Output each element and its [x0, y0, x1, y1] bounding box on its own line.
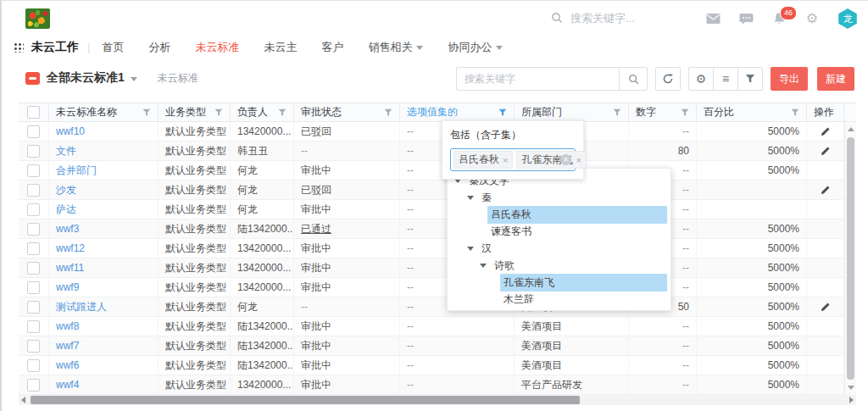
tree-node-label[interactable]: 吕氏春秋	[487, 206, 667, 224]
settings-gear-icon[interactable]: ⚙	[804, 11, 820, 26]
horizontal-scrollbar[interactable]	[19, 395, 856, 405]
tree-node-label[interactable]: 谏逐客书	[487, 223, 667, 241]
owner-cell: 陆1342000...	[231, 356, 294, 375]
record-name-link[interactable]: wwf12	[56, 242, 85, 254]
nav-item-4[interactable]: 未云主	[264, 40, 297, 55]
row-checkbox[interactable]	[27, 379, 40, 392]
tree-node[interactable]: 孔雀东南飞	[448, 274, 667, 291]
tree-node[interactable]: 诗歌	[448, 257, 667, 274]
record-name-link[interactable]: wwf7	[56, 340, 79, 352]
record-name-link[interactable]: 合并部门	[56, 164, 97, 178]
select-all-checkbox[interactable]	[27, 106, 40, 119]
vertical-scrollbar[interactable]	[844, 122, 856, 395]
nav-item-6[interactable]: 销售相关	[368, 40, 423, 55]
record-name-link[interactable]: wwf3	[56, 223, 79, 235]
edit-pencil-icon[interactable]	[820, 126, 831, 137]
row-checkbox[interactable]	[27, 184, 40, 197]
record-name-link[interactable]: wwf9	[56, 281, 79, 293]
tree-node-label[interactable]: 木兰辞	[500, 291, 667, 308]
record-name-link[interactable]: wwf10	[56, 125, 85, 137]
column-header-label: 负责人	[237, 105, 268, 119]
row-checkbox[interactable]	[27, 203, 40, 216]
record-name-link[interactable]: 测试跟进人	[56, 300, 107, 314]
column-filter-funnel-icon[interactable]	[384, 108, 392, 117]
user-avatar[interactable]: 龙	[837, 8, 858, 29]
column-filter-funnel-icon[interactable]	[681, 108, 689, 117]
column-filter-funnel-icon[interactable]	[498, 108, 507, 117]
mail-icon[interactable]	[705, 11, 721, 26]
vertical-scrollbar-thumb[interactable]	[847, 137, 854, 380]
row-checkbox[interactable]	[27, 301, 40, 314]
tree-expand-arrow-icon[interactable]	[467, 247, 474, 251]
row-checkbox[interactable]	[27, 359, 40, 372]
business-type-cell: 默认业务类型	[159, 356, 231, 375]
row-checkbox[interactable]	[27, 145, 40, 158]
chevron-down-icon[interactable]	[131, 77, 137, 81]
record-name-link[interactable]: wwf11	[56, 262, 84, 274]
tree-node-label[interactable]: 孔雀东南飞	[500, 274, 667, 292]
column-filter-funnel-icon[interactable]	[613, 108, 621, 117]
filter-tag[interactable]: 孔雀东南飞×	[516, 151, 586, 169]
scroll-down-arrow-icon[interactable]	[848, 386, 854, 390]
row-checkbox[interactable]	[27, 340, 40, 353]
tree-node[interactable]: 谏逐客书	[448, 223, 667, 240]
column-filter-funnel-icon[interactable]	[214, 108, 223, 117]
column-filter-funnel-icon[interactable]	[278, 108, 287, 117]
filter-funnel-icon[interactable]	[737, 67, 763, 91]
list-search-button[interactable]	[619, 68, 647, 90]
nav-item-2[interactable]: 分析	[148, 40, 170, 55]
row-checkbox[interactable]	[27, 281, 40, 294]
global-search[interactable]: 搜索关键字...	[551, 10, 635, 27]
record-name-link[interactable]: wwf6	[56, 359, 79, 371]
tree-node[interactable]: 汉	[448, 240, 667, 257]
remove-tag-icon[interactable]: ×	[576, 155, 581, 165]
notifications-bell-icon[interactable]: 46	[771, 11, 787, 26]
filter-tag-input[interactable]: 吕氏春秋×孔雀东南飞××	[450, 148, 576, 171]
row-checkbox[interactable]	[27, 320, 40, 333]
view-title[interactable]: 全部未云标准1	[47, 70, 125, 86]
scroll-up-arrow-icon[interactable]	[848, 127, 854, 131]
clear-input-icon[interactable]: ×	[560, 154, 571, 165]
app-grid-icon[interactable]	[14, 42, 24, 53]
edit-pencil-icon[interactable]	[820, 146, 831, 157]
tree-node[interactable]: 吕氏春秋	[448, 206, 667, 223]
workspace-title[interactable]: 未云工作	[31, 40, 79, 55]
tree-expand-arrow-icon[interactable]	[480, 264, 487, 268]
record-name-link[interactable]: 沙发	[56, 183, 76, 197]
create-button[interactable]: 新建	[817, 67, 854, 91]
nav-item-7[interactable]: 协同办公	[448, 40, 503, 55]
column-filter-funnel-icon[interactable]	[791, 108, 799, 117]
chat-icon[interactable]	[738, 11, 754, 26]
refresh-button[interactable]	[655, 67, 681, 91]
row-checkbox[interactable]	[27, 262, 40, 275]
nav-item-5[interactable]: 客户	[321, 40, 343, 55]
row-checkbox[interactable]	[27, 164, 40, 177]
column-filter-funnel-icon[interactable]	[142, 108, 151, 117]
row-checkbox[interactable]	[27, 125, 40, 138]
scroll-left-arrow-icon[interactable]	[21, 397, 25, 403]
edit-pencil-icon[interactable]	[820, 185, 831, 196]
scroll-right-arrow-icon[interactable]	[849, 397, 854, 403]
list-search-input[interactable]: 搜索关键字	[456, 67, 648, 91]
tree-node-label[interactable]: 秦	[478, 189, 667, 207]
nav-item-3[interactable]: 未云标准	[195, 40, 239, 55]
row-checkbox[interactable]	[27, 242, 40, 255]
tree-node-label[interactable]: 汉	[478, 240, 667, 258]
record-name-link[interactable]: 文件	[56, 144, 76, 158]
filter-tag[interactable]: 吕氏春秋×	[453, 151, 513, 169]
record-name-link[interactable]: 萨达	[56, 203, 76, 217]
record-name-link[interactable]: wwf8	[56, 320, 79, 332]
nav-item-1[interactable]: 首页	[102, 40, 124, 55]
record-name-link[interactable]: wwf4	[56, 379, 79, 391]
horizontal-scrollbar-thumb[interactable]	[31, 396, 580, 404]
row-checkbox[interactable]	[27, 223, 40, 236]
remove-tag-icon[interactable]: ×	[503, 155, 508, 165]
row-density-icon[interactable]: ≡	[713, 67, 738, 91]
tree-node[interactable]: 木兰辞	[448, 291, 667, 308]
export-button[interactable]: 导出	[771, 67, 808, 91]
tree-node[interactable]: 秦	[448, 189, 667, 206]
column-settings-gear-icon[interactable]: ⚙	[688, 67, 714, 91]
tree-node-label[interactable]: 诗歌	[491, 257, 667, 275]
tree-expand-arrow-icon[interactable]	[467, 196, 474, 200]
edit-pencil-icon[interactable]	[820, 302, 831, 313]
